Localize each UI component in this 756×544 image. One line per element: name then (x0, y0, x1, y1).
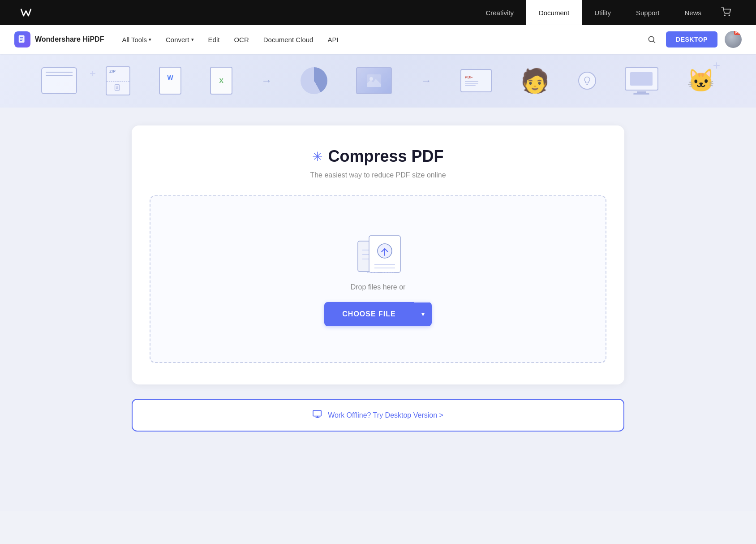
desktop-icon (313, 410, 322, 421)
svg-point-2 (729, 15, 730, 16)
user-avatar[interactable]: Pro (725, 31, 742, 48)
deco-arrow2: → (421, 74, 431, 87)
offline-text: Work Offline? Try Desktop Version > (328, 411, 443, 419)
svg-point-1 (724, 15, 725, 16)
secondary-navigation: Wondershare HiPDF All Tools ▾ Convert ▾ … (0, 25, 756, 54)
svg-rect-20 (313, 410, 321, 416)
deco-cat: 🐱 (687, 68, 715, 94)
chevron-down-icon: ▾ (421, 311, 425, 318)
top-navigation: Creativity Document Utility Support News (0, 0, 756, 25)
hipdf-logo-icon (14, 31, 30, 47)
svg-rect-0 (18, 4, 34, 21)
compress-title: Compress PDF (328, 147, 443, 166)
upload-illustration (356, 232, 400, 272)
deco-excel: X (210, 67, 232, 95)
top-nav-creativity[interactable]: Creativity (473, 0, 526, 25)
choose-file-button[interactable]: CHOOSE FILE (324, 302, 413, 326)
top-nav-utility[interactable]: Utility (582, 0, 623, 25)
hipdf-brand-name: Wondershare HiPDF (35, 35, 104, 43)
sec-nav-ocr[interactable]: OCR (227, 25, 256, 54)
sec-nav-actions: DESKTOP Pro (644, 31, 742, 48)
hero-banner: ZIP W X → (0, 54, 756, 108)
sec-nav-items: All Tools ▾ Convert ▾ Edit OCR Document … (115, 25, 644, 54)
sec-nav-all-tools[interactable]: All Tools ▾ (115, 25, 159, 54)
deco-person: 🧑 (520, 67, 550, 95)
chevron-down-icon: ▾ (191, 37, 194, 43)
main-content: ✳ Compress PDF The easiest way to reduce… (0, 108, 756, 511)
svg-point-8 (369, 77, 373, 81)
deco-word-doc: W (159, 67, 181, 95)
top-nav-document[interactable]: Document (526, 0, 582, 25)
drop-text: Drop files here or (351, 283, 406, 291)
sec-nav-convert[interactable]: Convert ▾ (159, 25, 201, 54)
compress-subtitle: The easiest way to reduce PDF size onlin… (150, 171, 606, 179)
deco-pie-chart (301, 67, 327, 94)
choose-file-dropdown-button[interactable]: ▾ (414, 302, 432, 326)
deco-arrow: → (261, 74, 272, 87)
hero-decorations: ZIP W X → (0, 54, 756, 108)
drop-zone: Drop files here or CHOOSE FILE ▾ (150, 195, 606, 363)
compress-icon: ✳ (312, 149, 322, 164)
hipdf-brand[interactable]: Wondershare HiPDF (14, 31, 104, 47)
deco-photo (356, 67, 392, 94)
sec-nav-api[interactable]: API (320, 25, 345, 54)
compress-card: ✳ Compress PDF The easiest way to reduce… (132, 125, 624, 384)
offline-banner[interactable]: Work Offline? Try Desktop Version > (132, 399, 624, 432)
svg-point-4 (649, 36, 654, 42)
cart-icon[interactable] (714, 7, 738, 19)
deco-lightbulb (578, 72, 596, 90)
compress-title-row: ✳ Compress PDF (150, 147, 606, 166)
deco-cross: + (713, 58, 720, 73)
chevron-down-icon: ▾ (149, 37, 151, 43)
deco-monitor (625, 67, 658, 95)
desktop-button[interactable]: DESKTOP (666, 31, 717, 47)
pro-badge: Pro (734, 31, 742, 35)
sec-nav-document-cloud[interactable]: Document Cloud (256, 25, 321, 54)
svg-line-5 (653, 41, 655, 43)
top-nav-links: Creativity Document Utility Support News (473, 0, 738, 25)
deco-window (41, 67, 77, 94)
sec-nav-edit[interactable]: Edit (201, 25, 227, 54)
deco-doc-group: W (159, 67, 181, 95)
deco-zip: ZIP (106, 66, 130, 95)
deco-pdf-box: PDF (460, 69, 492, 92)
deco-cross2: + (90, 67, 96, 80)
top-nav-news[interactable]: News (672, 0, 714, 25)
choose-file-row: CHOOSE FILE ▾ (324, 302, 431, 326)
search-button[interactable] (644, 32, 659, 47)
top-nav-support[interactable]: Support (623, 0, 672, 25)
wondershare-logo[interactable] (18, 4, 34, 21)
